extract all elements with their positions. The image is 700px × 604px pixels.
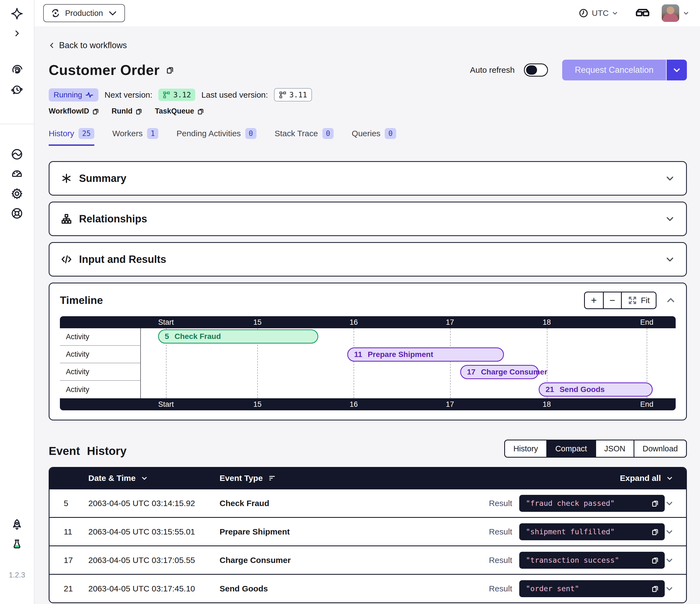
tab-count-badge: 1 — [147, 128, 158, 139]
tab-workers[interactable]: Workers 1 — [112, 128, 158, 146]
axis-tick: End — [640, 400, 653, 409]
usage-gauge-icon[interactable] — [7, 164, 27, 184]
workflow-id-copy[interactable]: WorkflowID — [49, 107, 100, 116]
result-chip[interactable]: "order sent" — [519, 580, 665, 597]
chevron-down-icon[interactable] — [665, 556, 674, 565]
chevron-down-icon[interactable] — [665, 499, 674, 508]
event-row-send-goods[interactable]: 21 2063-04-05 UTC 03:17:45.10 Send Goods… — [49, 574, 686, 602]
page-title: Customer Order — [49, 62, 160, 78]
timeline-bar-charge-consumer[interactable]: 17 Charge Consumer — [460, 365, 539, 379]
event-datetime: 2063-04-05 UTC 03:17:45.10 — [88, 584, 220, 593]
tab-count-badge: 0 — [385, 128, 396, 139]
tab-queries[interactable]: Queries 0 — [352, 128, 396, 146]
view-compact-button[interactable]: Compact — [546, 440, 595, 457]
view-json-button[interactable]: JSON — [595, 440, 633, 457]
header-date-time[interactable]: Date & Time — [88, 474, 220, 483]
task-queue-label: TaskQueue — [155, 107, 194, 116]
chevron-down-icon[interactable] — [665, 255, 675, 264]
namespace-icon — [50, 8, 61, 18]
support-lifebuoy-icon[interactable] — [7, 203, 27, 223]
code-icon — [61, 254, 72, 265]
nav-star-icon[interactable] — [7, 4, 27, 24]
row-label-activity: Activity — [60, 328, 140, 346]
timezone-selector[interactable]: UTC — [579, 8, 618, 18]
result-chip[interactable]: "fraud check passed" — [519, 495, 665, 512]
timeline-header: Timeline + − Fit — [60, 292, 676, 309]
download-button[interactable]: Download — [633, 440, 686, 457]
tab-stack-trace[interactable]: Stack Trace 0 — [275, 128, 333, 146]
run-id-copy[interactable]: RunId — [111, 107, 143, 116]
status-row: Running Next version: 3.12 Last used ver… — [49, 88, 687, 101]
schedules-icon[interactable] — [7, 80, 27, 100]
copy-icon[interactable] — [651, 528, 659, 536]
result-label: Result — [489, 556, 512, 565]
title-row: Customer Order Auto refresh Request Canc… — [49, 59, 687, 80]
copy-icon[interactable] — [651, 585, 659, 593]
zoom-in-button[interactable]: + — [585, 292, 603, 308]
chevron-up-icon[interactable] — [666, 295, 676, 305]
fit-button[interactable]: Fit — [621, 292, 656, 308]
next-version-badge: 3.12 — [158, 89, 195, 101]
run-id-label: RunId — [111, 107, 132, 116]
input-results-section[interactable]: Input and Results — [49, 242, 687, 276]
chevron-down-icon[interactable] — [665, 174, 675, 183]
chevron-down-icon[interactable] — [683, 10, 689, 16]
chevron-down-icon — [107, 8, 118, 18]
view-history-button[interactable]: History — [505, 440, 546, 457]
date-time-label: Date & Time — [88, 474, 135, 483]
auto-refresh-toggle[interactable] — [524, 64, 548, 77]
copy-icon[interactable] — [651, 556, 659, 564]
back-to-workflows-link[interactable]: Back to workflows — [49, 41, 127, 50]
gridline — [450, 328, 451, 398]
summary-section[interactable]: Summary — [49, 161, 687, 196]
chevron-down-icon[interactable] — [665, 584, 674, 593]
nexus-icon[interactable] — [7, 144, 27, 164]
feedback-glasses-icon[interactable] — [635, 7, 650, 19]
tab-label: Workers — [112, 129, 143, 138]
event-datetime: 2063-04-05 UTC 03:14:15.92 — [88, 499, 220, 508]
tab-label: Stack Trace — [275, 129, 318, 138]
chevron-down-icon[interactable] — [665, 527, 674, 536]
bar-label: Check Fraud — [174, 332, 221, 341]
event-row-check-fraud[interactable]: 5 2063-04-05 UTC 03:14:15.92 Check Fraud… — [49, 488, 686, 517]
copy-icon[interactable] — [651, 499, 659, 507]
sidebar: 1.2.3 — [0, 0, 34, 604]
expand-all-button[interactable]: Expand all — [620, 474, 673, 483]
tab-count-badge: 0 — [322, 128, 334, 139]
request-cancelation-label[interactable]: Request Cancelation — [562, 59, 666, 80]
result-chip[interactable]: "shipment fulfilled" — [519, 523, 665, 540]
auto-refresh-label: Auto refresh — [470, 65, 515, 75]
namespace-selector[interactable]: Production — [43, 4, 125, 22]
row-label-activity: Activity — [60, 381, 140, 398]
event-id: 17 — [49, 556, 88, 565]
event-row-prepare-shipment[interactable]: 11 2063-04-05 UTC 03:15:55.01 Prepare Sh… — [49, 517, 686, 546]
header-event-type[interactable]: Event Type — [220, 474, 620, 483]
ids-row: WorkflowID RunId TaskQueue — [49, 107, 687, 116]
fit-expand-icon — [628, 296, 637, 305]
task-queue-copy[interactable]: TaskQueue — [155, 107, 204, 116]
user-avatar[interactable] — [662, 4, 679, 22]
labs-flask-icon[interactable] — [7, 535, 27, 555]
tab-history[interactable]: History 25 — [49, 128, 94, 146]
chevron-left-icon — [49, 42, 55, 49]
request-cancelation-button[interactable]: Request Cancelation — [562, 59, 687, 80]
tab-pending-activities[interactable]: Pending Activities 0 — [176, 128, 256, 146]
rocket-icon[interactable] — [7, 515, 27, 535]
result-chip[interactable]: "transaction success" — [519, 552, 665, 569]
topbar-right: UTC — [579, 4, 689, 22]
relationships-section[interactable]: Relationships — [49, 201, 687, 236]
sidebar-expand-icon[interactable] — [7, 24, 27, 43]
chevron-down-icon[interactable] — [665, 214, 675, 223]
copy-icon[interactable] — [166, 66, 174, 74]
timeline-bar-send-goods[interactable]: 21 Send Goods — [539, 382, 653, 397]
zoom-out-button[interactable]: − — [603, 292, 621, 308]
event-row-charge-consumer[interactable]: 17 2063-04-05 UTC 03:17:05.55 Charge Con… — [49, 546, 686, 574]
bar-event-id: 21 — [546, 385, 554, 394]
timeline-bar-check-fraud[interactable]: 5 Check Fraud — [158, 329, 319, 344]
event-id: 11 — [49, 527, 88, 536]
cancelation-menu-button[interactable] — [666, 59, 687, 80]
last-used-version-value: 3.11 — [289, 91, 307, 99]
workflows-icon[interactable] — [7, 60, 27, 80]
timeline-bar-prepare-shipment[interactable]: 11 Prepare Shipment — [347, 347, 504, 362]
settings-gear-icon[interactable] — [7, 184, 27, 203]
